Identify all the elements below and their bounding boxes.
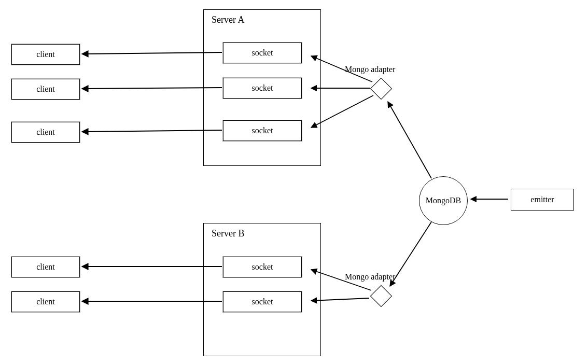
socket-box-a2: socket bbox=[223, 78, 302, 99]
socket-box-a3: socket bbox=[223, 120, 302, 141]
server-b-box bbox=[203, 223, 321, 356]
adapter-b-diamond bbox=[370, 285, 392, 307]
mongodb-node: MongoDB bbox=[419, 176, 468, 225]
client-box-a1: client bbox=[11, 44, 80, 65]
socket-label: socket bbox=[252, 262, 273, 272]
client-label: client bbox=[36, 85, 55, 94]
socket-box-b2: socket bbox=[223, 291, 302, 312]
socket-label: socket bbox=[252, 83, 273, 93]
arrow-mongo-adapter-b bbox=[390, 222, 431, 286]
client-label: client bbox=[36, 262, 55, 272]
arrow-socket-a1-client-a1 bbox=[82, 52, 222, 54]
server-a-label: Server A bbox=[212, 15, 244, 25]
diagram-canvas: client client client Server A socket soc… bbox=[0, 0, 588, 364]
client-box-b1: client bbox=[11, 257, 80, 277]
socket-label: socket bbox=[252, 297, 273, 306]
socket-box-a1: socket bbox=[223, 43, 302, 63]
adapter-a-label: Mongo adapter bbox=[345, 65, 395, 74]
arrow-mongo-adapter-a bbox=[388, 102, 431, 178]
client-box-b2: client bbox=[11, 291, 80, 312]
client-label: client bbox=[36, 50, 55, 59]
emitter-box: emitter bbox=[511, 189, 574, 211]
adapter-a-diamond bbox=[370, 78, 392, 100]
socket-label: socket bbox=[252, 126, 273, 135]
arrow-socket-a2-client-a2 bbox=[82, 88, 222, 89]
client-box-a3: client bbox=[11, 122, 80, 143]
socket-label: socket bbox=[252, 48, 273, 58]
client-label: client bbox=[36, 128, 55, 137]
client-label: client bbox=[36, 297, 55, 306]
client-box-a2: client bbox=[11, 79, 80, 100]
emitter-label: emitter bbox=[530, 195, 554, 204]
arrow-socket-a3-client-a3 bbox=[82, 130, 222, 132]
socket-box-b1: socket bbox=[223, 257, 302, 277]
adapter-b-label: Mongo adapter bbox=[345, 272, 395, 282]
server-b-label: Server B bbox=[212, 228, 244, 239]
mongodb-label: MongoDB bbox=[426, 196, 461, 205]
